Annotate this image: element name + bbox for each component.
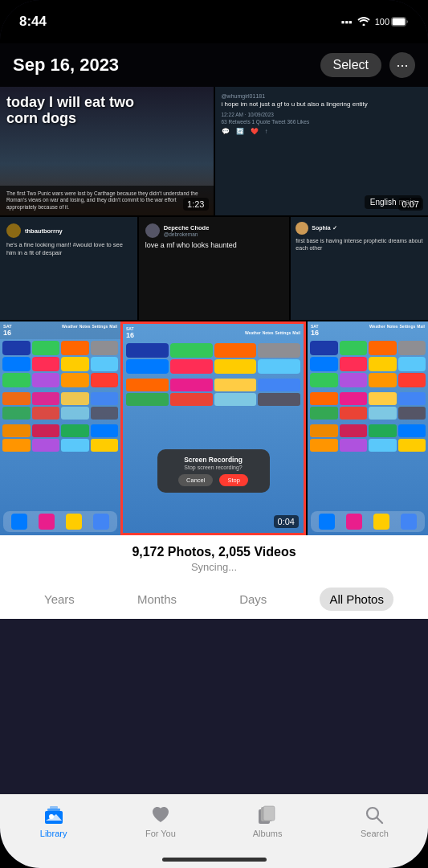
- photo-cell-article[interactable]: today I will eat twocorn dogs The first …: [0, 87, 214, 215]
- recording-subtitle: Stop screen recording?: [165, 465, 262, 470]
- svg-rect-9: [263, 806, 275, 821]
- select-button[interactable]: Select: [320, 53, 381, 77]
- svg-line-11: [377, 818, 383, 824]
- tab-search[interactable]: Search: [346, 805, 402, 838]
- svg-rect-5: [50, 806, 58, 809]
- status-bar: 8:44 ▪▪▪ 100: [0, 0, 428, 43]
- status-icons: ▪▪▪ 100: [341, 16, 409, 28]
- photo-count: 9,172 Photos, 2,055 Videos: [0, 545, 428, 559]
- tab-library-label: Library: [40, 829, 67, 838]
- recording-title: Screen Recording: [165, 456, 262, 464]
- header-date: Sep 16, 2023: [13, 55, 119, 76]
- tab-library[interactable]: Library: [26, 805, 82, 838]
- screenshot-cell-1[interactable]: SAT16 Weather Notes Settings Mail: [0, 321, 120, 535]
- battery-icon: 100: [375, 17, 409, 27]
- screenshot-cell-2[interactable]: SAT16 WeatherNotesSettingsMail: [120, 321, 306, 535]
- tab-albums-label: Albums: [253, 829, 283, 838]
- tab-days[interactable]: Days: [230, 588, 276, 611]
- duration-badge-2: 0:07: [398, 198, 423, 211]
- search-icon: [364, 805, 385, 825]
- library-icon: [43, 805, 64, 825]
- grid-row-screenshots: SAT16 Weather Notes Settings Mail: [0, 320, 428, 535]
- photo-cell-tweet1[interactable]: thbautborrny he's a fine looking man!! #…: [0, 217, 137, 320]
- svg-rect-2: [393, 18, 406, 26]
- cancel-recording-button[interactable]: Cancel: [178, 474, 213, 486]
- tab-search-label: Search: [361, 829, 389, 838]
- svg-point-0: [362, 23, 365, 26]
- tab-albums[interactable]: Albums: [239, 805, 296, 838]
- grid-row-mid: thbautborrny he's a fine looking man!! #…: [0, 215, 428, 320]
- photo-info: 9,172 Photos, 2,055 Videos Syncing...: [0, 535, 428, 579]
- stop-recording-button[interactable]: Stop: [219, 474, 247, 486]
- tab-for-you[interactable]: For You: [132, 805, 189, 838]
- header-bar: Sep 16, 2023 Select ···: [0, 43, 428, 87]
- tab-all-photos[interactable]: All Photos: [320, 588, 393, 611]
- more-button[interactable]: ···: [389, 52, 415, 78]
- screenshot-duration-badge: 0:04: [274, 515, 299, 528]
- wifi-icon: [357, 16, 370, 28]
- svg-rect-4: [47, 809, 60, 811]
- tab-months[interactable]: Months: [128, 588, 186, 611]
- photo-cell-depeche[interactable]: Depeche Chode @debrokeman love a mf who …: [137, 217, 290, 320]
- grid-row-top: today I will eat twocorn dogs The first …: [0, 87, 428, 215]
- screenshot-cell-3[interactable]: SAT16 WeatherNotesSettingsMail: [306, 321, 428, 535]
- header-actions: Select ···: [320, 52, 415, 78]
- duration-badge-1: 1:23: [183, 198, 208, 211]
- view-tabs: Years Months Days All Photos: [0, 579, 428, 619]
- photo-cell-sophia[interactable]: Sophia ✓ first base is having intense pr…: [289, 217, 428, 320]
- status-time: 8:44: [19, 14, 47, 30]
- photo-grid: today I will eat twocorn dogs The first …: [0, 87, 428, 535]
- photo-cell-twitter[interactable]: @whumgirl01181 i hope im not just a gf t…: [214, 87, 429, 215]
- screen-recording-dialog: Screen Recording Stop screen recording? …: [157, 449, 270, 493]
- signal-icon: ▪▪▪: [341, 16, 353, 28]
- tab-years[interactable]: Years: [35, 588, 84, 611]
- phone-frame: 8:44 ▪▪▪ 100 Sep 16, 2023: [0, 0, 428, 868]
- photo-syncing: Syncing...: [0, 561, 428, 573]
- dynamic-island: [166, 11, 263, 39]
- for-you-icon: [150, 805, 171, 825]
- tab-for-you-label: For You: [145, 829, 176, 838]
- home-indicator: [162, 858, 267, 862]
- albums-icon: [257, 805, 278, 825]
